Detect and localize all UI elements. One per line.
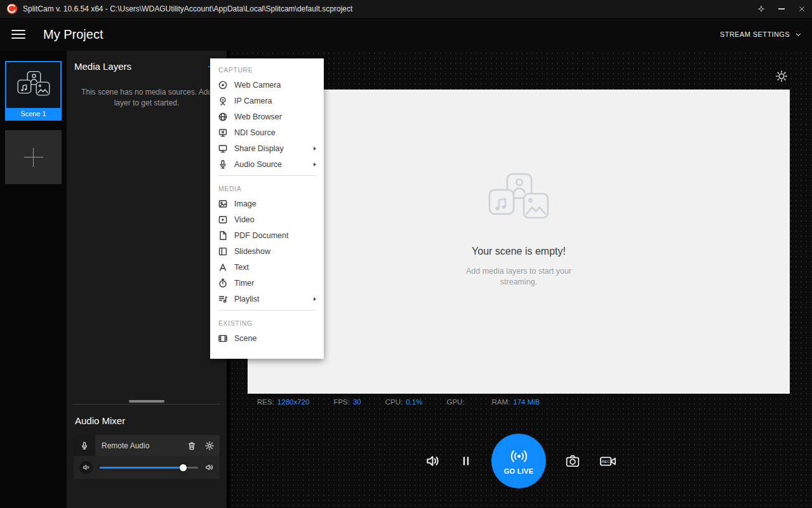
menu-item-label: Playlist (234, 295, 307, 304)
stream-settings-button[interactable]: STREAM SETTINGS (720, 30, 802, 38)
app-header: My Project STREAM SETTINGS (0, 18, 812, 51)
globe-icon (218, 112, 228, 122)
menu-item-scene[interactable]: Scene (210, 330, 324, 346)
audio-source-name: Remote Audio (102, 441, 187, 450)
stat-label: CPU: (385, 398, 403, 406)
mic-icon (218, 159, 228, 170)
playlist-icon (218, 294, 228, 304)
ndi-icon (218, 128, 228, 138)
scene-label: Scene 1 (6, 108, 60, 119)
menu-item-text[interactable]: Text (210, 259, 324, 275)
media-layers-title: Media Layers (74, 61, 131, 72)
menu-item-label: NDI Source (234, 128, 316, 137)
close-button[interactable] (792, 0, 812, 18)
chevron-down-icon (795, 31, 802, 38)
menu-item-label: Timer (234, 279, 316, 288)
menu-item-ip-camera[interactable]: IP Camera (210, 93, 324, 109)
menu-item-playlist[interactable]: Playlist (210, 291, 324, 307)
audio-source-type (74, 435, 95, 456)
menu-item-slideshow[interactable]: Slideshow (210, 243, 324, 259)
mute-button[interactable] (79, 461, 93, 474)
audio-source-row: Remote Audio (74, 435, 220, 456)
slideshow-icon (218, 246, 228, 257)
stat-label: GPU: (446, 398, 464, 406)
add-scene-button[interactable] (5, 130, 62, 184)
menu-section-header: CAPTURE (210, 60, 324, 77)
record-button[interactable]: REC (599, 453, 616, 470)
submenu-arrow-icon (314, 163, 316, 166)
video-icon (218, 215, 228, 225)
audio-settings-button[interactable] (204, 441, 215, 451)
speaker-icon (205, 463, 214, 472)
project-title: My Project (43, 27, 103, 42)
audio-mixer-title: Audio Mixer (75, 415, 220, 426)
scene-thumbnail-art (17, 70, 51, 102)
plus-icon (24, 148, 43, 167)
menu-section-header: EXISTING (210, 314, 324, 330)
menu-item-ndi-source[interactable]: NDI Source (210, 124, 324, 140)
menu-item-label: Image (234, 199, 316, 208)
submenu-arrow-icon (314, 147, 316, 150)
menu-item-video[interactable]: Video (210, 211, 324, 227)
audio-mixer-panel: Audio Mixer Remote Audio (67, 404, 227, 508)
menu-item-pdf-document[interactable]: PDF Document (210, 227, 324, 243)
panel-resize-handle[interactable] (73, 399, 220, 404)
stat-label: RES: (257, 398, 274, 406)
add-layer-menu: CAPTUREWeb CameraIP CameraWeb BrowserNDI… (210, 58, 324, 359)
stat-cpu: CPU:0.1% (385, 398, 423, 406)
stat-gpu: GPU: (446, 398, 467, 406)
stream-controls: GO LIVE REC (230, 434, 812, 488)
menu-divider (218, 310, 316, 311)
close-icon (798, 5, 806, 13)
empty-scene-art (487, 172, 550, 229)
broadcast-icon (510, 448, 528, 465)
go-live-button[interactable]: GO LIVE (491, 434, 546, 488)
pin-icon (757, 5, 765, 13)
volume-knob[interactable] (180, 464, 187, 471)
menu-item-web-browser[interactable]: Web Browser (210, 109, 324, 124)
main-menu-button[interactable] (11, 27, 25, 41)
volume-button[interactable] (425, 453, 441, 469)
stat-value: 1280x720 (277, 398, 310, 406)
menu-item-web-camera[interactable]: Web Camera (210, 77, 324, 93)
empty-scene-title: Your scene is empty! (472, 246, 566, 257)
ip-camera-icon (218, 96, 228, 106)
scene-thumbnail[interactable]: Scene 1 (5, 61, 62, 121)
audio-volume-row (74, 456, 220, 479)
pin-button[interactable] (751, 0, 771, 18)
stats-bar: RES:1280x720FPS:30CPU:0.1%GPU:RAM:174 Mi… (257, 398, 540, 406)
titlebar: SplitCam v. 10.6.54 x64 - C:\Users\WDAGU… (0, 0, 812, 18)
window-controls (751, 0, 812, 18)
window-title: SplitCam v. 10.6.54 x64 - C:\Users\WDAGU… (23, 4, 352, 13)
menu-item-audio-source[interactable]: Audio Source (210, 156, 324, 172)
menu-item-label: Web Browser (234, 112, 316, 121)
delete-audio-button[interactable] (187, 441, 197, 451)
menu-item-label: Text (234, 263, 316, 272)
menu-item-label: Audio Source (234, 160, 307, 169)
stat-value: 0.1% (406, 398, 422, 406)
text-icon (218, 262, 228, 272)
media-layers-empty-text: This scene has no media sources. Add lay… (67, 87, 227, 109)
stat-value: 30 (353, 398, 361, 406)
stat-value: 174 MiB (513, 398, 540, 406)
empty-scene-state: Your scene is empty! Add media layers to… (248, 172, 790, 288)
stat-label: FPS: (333, 398, 350, 406)
splitcam-window: SplitCam v. 10.6.54 x64 - C:\Users\WDAGU… (0, 0, 812, 508)
media-layers-section: Media Layers This scene has no media sou… (67, 51, 227, 399)
pdf-icon (218, 231, 228, 241)
brightness-button[interactable] (775, 70, 788, 83)
menu-item-share-display[interactable]: Share Display (210, 140, 324, 156)
minimize-button[interactable] (771, 0, 792, 18)
mic-icon (80, 441, 89, 450)
menu-item-label: Share Display (234, 144, 307, 153)
scene-icon (218, 333, 228, 344)
stat-fps: FPS:30 (333, 398, 361, 406)
snapshot-button[interactable] (565, 453, 580, 469)
stream-settings-label: STREAM SETTINGS (720, 30, 790, 38)
submenu-arrow-icon (314, 297, 316, 301)
timer-icon (218, 278, 228, 288)
menu-item-image[interactable]: Image (210, 196, 324, 211)
volume-slider[interactable] (100, 463, 198, 472)
menu-item-timer[interactable]: Timer (210, 275, 324, 291)
pause-button[interactable] (460, 455, 472, 467)
